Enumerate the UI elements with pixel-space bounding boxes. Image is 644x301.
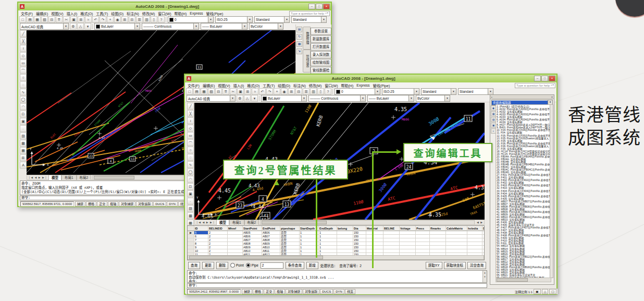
plot-preview-icon[interactable]: ⊟ (215, 88, 222, 95)
make-block-icon[interactable]: ▣ (187, 190, 194, 197)
minimize-button[interactable]: – (308, 4, 315, 9)
paste-icon[interactable]: ⊞ (78, 16, 84, 23)
menu-帮助(H)[interactable]: 帮助(H) (340, 83, 355, 88)
menu-管线(Pipe)[interactable]: 管线(Pipe) (371, 83, 392, 88)
copy-icon[interactable]: ▣ (70, 16, 77, 23)
panel-button-打开数据库[interactable]: 打开数据库 (311, 43, 331, 51)
pan-icon[interactable]: + (274, 88, 280, 95)
workspace-combo[interactable]: AutoCAD 经典▼ (20, 23, 69, 30)
lineweight-combo[interactable]: —— ByLayer▼ (201, 23, 247, 30)
workspace-combo[interactable]: AutoCAD 经典▼ (187, 95, 236, 102)
polyline-icon[interactable]: ≀ (187, 117, 194, 124)
menu-修改(M)[interactable]: 修改(M) (307, 83, 324, 88)
menu-工具(T)[interactable]: 工具(T) (94, 11, 109, 16)
new-icon[interactable]: □ (186, 88, 193, 95)
gradient-icon[interactable]: ▩ (20, 140, 27, 147)
search-icon[interactable]: ⌕▾ (325, 11, 328, 15)
revision-cloud-icon[interactable]: ◌ (20, 81, 27, 88)
panel-tab-data[interactable]: 数据管理 (303, 27, 311, 50)
panel-button-参数设置[interactable]: 参数设置 (311, 28, 331, 35)
region-icon[interactable]: ▦ (20, 147, 27, 154)
pan-icon[interactable]: + (107, 16, 114, 23)
undo-icon[interactable]: ↶ (259, 88, 266, 95)
ellipse-icon[interactable]: ◯ (187, 168, 194, 175)
toggle-正交[interactable]: 正交 (264, 289, 274, 294)
menu-窗口(W)[interactable]: 窗口(W) (323, 83, 339, 88)
help-search-box[interactable]: Type a question for help ⌕▾ (289, 11, 330, 16)
tool-palettes-icon[interactable]: ▯ (151, 16, 157, 23)
table-row[interactable]: 92AB09AB10直管11150 (188, 246, 484, 249)
make-block-icon[interactable]: ▣ (20, 118, 27, 125)
dim-style-combo[interactable]: ISO-25▼ (215, 16, 253, 23)
open-icon[interactable]: ▤ (27, 16, 33, 23)
line-icon[interactable]: ╱ (187, 103, 194, 110)
extract-xy-button[interactable]: 提取XY (426, 262, 442, 269)
copy-icon[interactable]: ▣ (237, 88, 244, 95)
annotation-scale[interactable]: 注释比例 1:1 (515, 290, 532, 294)
rectangle-icon[interactable]: ▭ (187, 132, 194, 139)
construction-line-icon[interactable]: ╳ (20, 38, 27, 44)
table-icon[interactable]: ⊞ (20, 154, 27, 161)
pipe-number-input[interactable]: 2 (261, 262, 283, 269)
table-style-combo[interactable]: Standard▼ (458, 88, 493, 95)
scroll-arrows[interactable]: ◀ ▶ (476, 221, 484, 224)
zoom-previous-icon[interactable]: ⊟ (129, 16, 135, 23)
table-row[interactable]: ▶52AB05AB06直管11150 (188, 231, 484, 235)
layout-tab-模型[interactable]: 模型 (48, 175, 61, 180)
palette-grip-icon[interactable]: ▪ (491, 95, 492, 99)
table-row[interactable]: 102AB10AB11直管11150 (188, 249, 484, 253)
menu-格式(O)[interactable]: 格式(O) (245, 83, 261, 88)
clean-screen-icon[interactable]: ▢ (549, 289, 556, 294)
point-radio[interactable]: Point (230, 263, 244, 268)
polygon-icon[interactable]: ◇ (187, 125, 194, 131)
text-style-combo[interactable]: Standard▼ (254, 16, 290, 23)
ellipse-arc-icon[interactable]: ◠ (187, 176, 194, 183)
scrollbar[interactable]: ▲▼ (482, 271, 487, 282)
menu-帮助(H)[interactable]: 帮助(H) (173, 11, 189, 16)
save-icon[interactable]: ▦ (201, 88, 207, 95)
minimize-button[interactable]: – (534, 76, 541, 81)
menu-标注(N)[interactable]: 标注(N) (292, 83, 307, 88)
workspace-settings-icon[interactable]: ⚙ (70, 23, 77, 30)
properties-icon[interactable]: ☰ (136, 16, 143, 23)
point-icon[interactable]: ∙ (187, 198, 194, 204)
polygon-icon[interactable]: ◇ (20, 52, 27, 59)
toggle-线宽[interactable]: 线宽 (345, 289, 355, 294)
layout-tab-布局1[interactable]: 布局1 (229, 220, 244, 225)
zoom-realtime-icon[interactable]: ◉ (114, 16, 121, 23)
panel-button-新建数据库[interactable]: 新建数据库 (311, 35, 331, 43)
menu-窗口(W)[interactable]: 窗口(W) (156, 11, 172, 16)
toggle-栅格[interactable]: 栅格 (253, 289, 263, 294)
paste-icon[interactable]: ⊞ (244, 88, 251, 95)
close-button[interactable]: × (323, 4, 330, 9)
polyline-icon[interactable]: ≀ (20, 45, 27, 52)
open-icon[interactable]: ▤ (193, 88, 200, 95)
new-icon[interactable]: □ (19, 16, 26, 23)
menu-文件(F)[interactable]: 文件(F) (186, 83, 201, 88)
toggle-DYN[interactable]: DYN (333, 289, 344, 294)
clear-query-button[interactable]: 清空查询 (467, 262, 486, 269)
panel-tab-pipe[interactable]: 管线设置 (303, 50, 311, 73)
layout-tab-布局2[interactable]: 布局2 (244, 220, 259, 225)
linetype-combo[interactable]: ——— Continuous▼ (142, 23, 199, 30)
layout-tab-布局2[interactable]: 布局2 (77, 175, 92, 180)
toggle-捕捉[interactable]: 捕捉 (242, 289, 252, 294)
toggle-极轴[interactable]: 极轴 (275, 289, 285, 294)
delete-button[interactable]: 删除 (216, 262, 228, 269)
ellipse-icon[interactable]: ◯ (20, 96, 27, 103)
toolbar-options-icon[interactable]: ▾ (251, 95, 258, 102)
spline-icon[interactable]: ∿ (20, 89, 27, 95)
panel-button-管线数据检查[interactable]: 管线数据检查 (311, 67, 331, 74)
point-icon[interactable]: ∙ (20, 125, 27, 132)
dim-style-combo[interactable]: ISO-25▼ (382, 88, 419, 95)
layout-tab-布局1[interactable]: 布局1 (61, 175, 77, 180)
point-radio-dot[interactable] (230, 263, 235, 268)
maximize-button[interactable]: □ (541, 76, 548, 81)
get-block-coord-button[interactable]: 获取块坐标 (444, 262, 466, 269)
error-list-hscrollbar[interactable] (496, 278, 551, 282)
menu-格式(O)[interactable]: 格式(O) (79, 11, 94, 16)
ellipse-arc-icon[interactable]: ◠ (20, 103, 27, 110)
table-horizontal-scrollbar[interactable] (188, 255, 484, 260)
update-button[interactable]: 更新 (202, 262, 214, 269)
tool-palettes-icon[interactable]: ▯ (317, 88, 324, 95)
